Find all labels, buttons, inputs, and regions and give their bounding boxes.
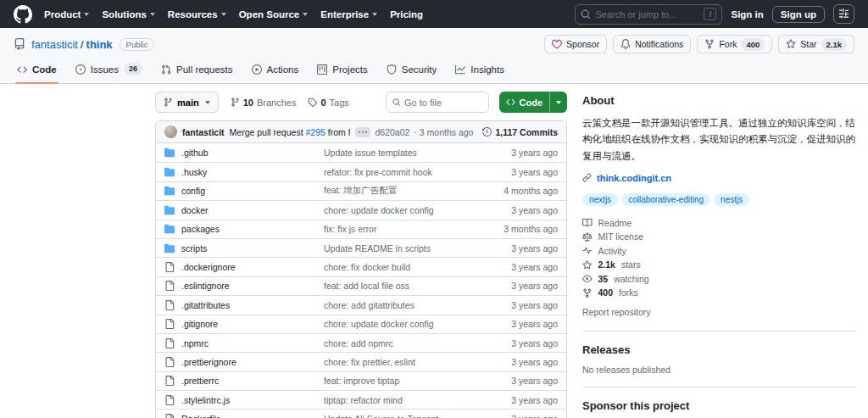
sign-in-link[interactable]: Sign in (731, 9, 763, 20)
table-row[interactable]: .prettierrcfeat: improve tiptap3 years a… (156, 371, 566, 390)
repo-owner-link[interactable]: fantasticit (31, 38, 78, 51)
repo-name-link[interactable]: think (86, 38, 113, 51)
file-name-link[interactable]: .prettierrc (181, 376, 219, 386)
appearance-settings-button[interactable] (833, 4, 854, 24)
code-download-button[interactable]: Code (499, 92, 568, 113)
file-name-link[interactable]: config (181, 186, 205, 196)
commit-message-link[interactable]: tiptap: refactor mind (324, 395, 480, 405)
meta-item-watching[interactable]: 35watching (582, 274, 856, 284)
topnav-item-label: Resources (168, 9, 218, 20)
table-row[interactable]: packagesfix: fix js error3 months ago (156, 220, 566, 238)
commit-message-link[interactable]: Update Ali Source to Tencent (324, 414, 480, 418)
table-row[interactable]: dockerchore: update docker config3 years… (156, 200, 566, 219)
tab-pull-requests[interactable]: Pull requests (154, 57, 239, 83)
topic-nestjs[interactable]: nestjs (714, 193, 749, 206)
tab-insights[interactable]: Insights (448, 57, 511, 83)
topnav-item-enterprise[interactable]: Enterprise (320, 9, 377, 20)
commit-message-link[interactable]: chore: fix docker build (324, 262, 480, 272)
commit-message-link[interactable]: chore: fix prettier, eslint (324, 357, 480, 367)
commit-message-link[interactable]: feat: 增加广告配置 (324, 185, 480, 197)
sponsor-button[interactable]: Sponsor (544, 35, 607, 53)
commit-message-link[interactable]: chore: update docker config (324, 319, 480, 329)
file-name-link[interactable]: packages (181, 224, 220, 234)
commit-message-link[interactable]: chore: add npmrc (324, 338, 480, 348)
tab-security[interactable]: Security (380, 57, 444, 83)
search-input[interactable] (595, 9, 699, 20)
actions-icon (252, 64, 262, 75)
commit-message-link[interactable]: chore: add gitattributes (324, 300, 480, 310)
tab-actions[interactable]: Actions (245, 57, 306, 83)
table-row[interactable]: .gitattributeschore: add gitattributes3 … (156, 295, 566, 314)
table-row[interactable]: .githubUpdate issue templates3 years ago (156, 143, 566, 162)
commit-history-link[interactable]: 1,117 Commits (482, 127, 558, 137)
commit-message[interactable]: Merge pull request #295 from fantasticit… (230, 127, 350, 137)
tab-issues[interactable]: Issues26 (69, 57, 149, 83)
file-name-link[interactable]: .gitignore (181, 319, 218, 329)
tab-code[interactable]: Code (10, 57, 64, 83)
commit-message-link[interactable]: chore: update docker config (324, 205, 480, 215)
meta-label: forks (619, 287, 638, 298)
meta-item-activity[interactable]: Activity (582, 246, 856, 256)
table-row[interactable]: .prettierignorechore: fix prettier, esli… (156, 352, 566, 371)
avatar[interactable] (164, 125, 177, 138)
file-name-link[interactable]: scripts (181, 243, 207, 254)
commit-message-link[interactable]: feat: add local file oss (324, 281, 480, 291)
fork-button[interactable]: Fork 400 (697, 35, 772, 53)
meta-item-readme[interactable]: Readme (582, 218, 856, 228)
commit-author-link[interactable]: fantasticit (182, 127, 225, 137)
branches-link[interactable]: 10Branches (231, 98, 297, 108)
website-link[interactable]: think.codingit.cn (597, 173, 671, 183)
commit-message-link[interactable]: fix: fix js error (324, 224, 480, 234)
file-name-link[interactable]: .prettierignore (181, 357, 236, 367)
releases-heading[interactable]: Releases (582, 343, 856, 356)
report-repository-link[interactable]: Report repository (582, 307, 651, 317)
file-name-link[interactable]: .github (181, 148, 209, 158)
commit-message-link[interactable]: Update README in scripts (324, 243, 480, 254)
sign-up-button[interactable]: Sign up (772, 6, 825, 23)
github-logo-icon[interactable] (14, 5, 32, 24)
table-row[interactable]: .stylelintrc.jstiptap: refactor mind3 ye… (156, 390, 566, 409)
topnav-item-solutions[interactable]: Solutions (102, 9, 154, 20)
go-to-file-search[interactable] (386, 92, 489, 113)
table-row[interactable]: DockerfileUpdate Ali Source to Tencent3 … (156, 409, 566, 418)
file-name-link[interactable]: .husky (181, 167, 207, 177)
topnav-item-resources[interactable]: Resources (168, 9, 226, 20)
notifications-button[interactable]: Notifications (613, 35, 691, 53)
code-dropdown-caret[interactable] (549, 92, 567, 113)
commit-description-toggle[interactable] (355, 127, 370, 137)
file-name-link[interactable]: .dockerignore (181, 262, 236, 272)
global-search[interactable]: / (575, 4, 722, 25)
tags-link[interactable]: 0Tags (308, 98, 348, 108)
file-name-link[interactable]: docker (181, 205, 209, 215)
pr-link[interactable]: #295 (305, 127, 325, 137)
go-to-file-input[interactable] (404, 98, 482, 108)
topnav-item-open-source[interactable]: Open Source (239, 9, 309, 20)
table-row[interactable]: .eslintignorefeat: add local file oss3 y… (156, 276, 566, 295)
table-row[interactable]: configfeat: 增加广告配置4 months ago (156, 181, 566, 200)
commit-message-link[interactable]: feat: improve tiptap (324, 376, 480, 386)
tab-label: Security (402, 64, 437, 75)
topnav-item-product[interactable]: Product (44, 9, 89, 20)
meta-item-forks[interactable]: 400forks (582, 287, 856, 298)
star-button[interactable]: Star 2.1k (778, 35, 854, 53)
meta-item-mit-license[interactable]: MIT license (582, 231, 856, 242)
meta-item-stars[interactable]: 2.1kstars (582, 259, 856, 270)
commit-hash-link[interactable]: d620a02 (376, 127, 410, 137)
table-row[interactable]: .npmrcchore: add npmrc3 years ago (156, 333, 566, 352)
tab-projects[interactable]: Projects (310, 57, 375, 83)
file-name-link[interactable]: Dockerfile (181, 414, 221, 418)
file-name-link[interactable]: .stylelintrc.js (181, 395, 230, 405)
topic-nextjs[interactable]: nextjs (582, 193, 618, 206)
commit-message-link[interactable]: Update issue templates (324, 148, 480, 158)
topnav-item-pricing[interactable]: Pricing (390, 9, 423, 20)
branch-selector[interactable]: main (155, 92, 219, 113)
table-row[interactable]: .dockerignorechore: fix docker build3 ye… (156, 257, 566, 276)
table-row[interactable]: .gitignorechore: update docker config3 y… (156, 315, 566, 333)
table-row[interactable]: .huskyrefator: fix pre-commit hook3 year… (156, 162, 566, 181)
commit-message-link[interactable]: refator: fix pre-commit hook (324, 167, 480, 177)
topic-collaborative-editing[interactable]: collaborative-editing (621, 193, 710, 206)
file-name-link[interactable]: .npmrc (181, 338, 209, 348)
table-row[interactable]: scriptsUpdate README in scripts3 years a… (156, 238, 566, 257)
file-name-link[interactable]: .eslintignore (181, 281, 230, 291)
file-name-link[interactable]: .gitattributes (181, 300, 230, 310)
